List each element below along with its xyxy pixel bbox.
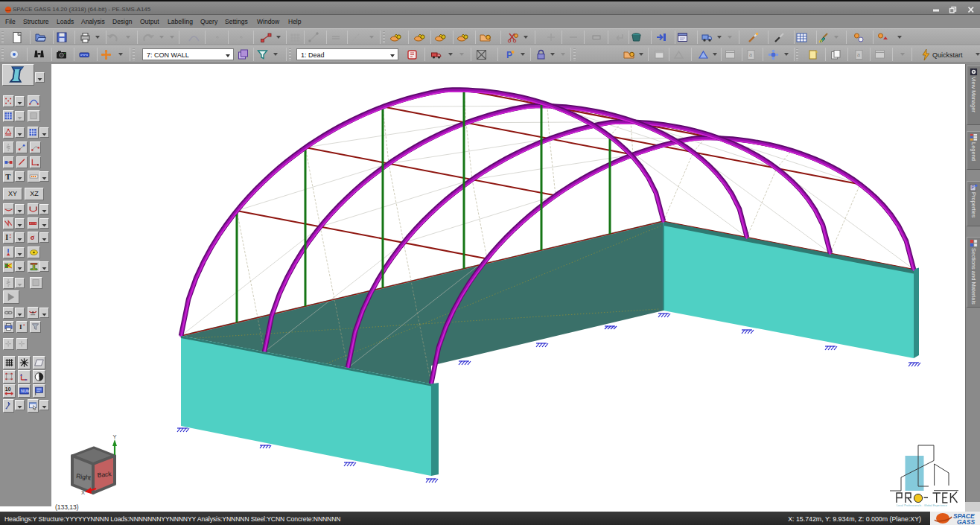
- svg-text:a: a: [749, 52, 752, 57]
- svg-text:T: T: [5, 172, 10, 181]
- svg-text:I: I: [19, 323, 22, 331]
- svg-text:GASS: GASS: [957, 518, 975, 525]
- svg-text:(133,13): (133,13): [55, 503, 79, 511]
- svg-text:I: I: [5, 233, 8, 241]
- svg-text:Back: Back: [97, 470, 112, 479]
- svg-text:Local Professionals . Globa: Local Professionals . Global Experience: [897, 504, 947, 507]
- svg-text:σ: σ: [31, 233, 35, 241]
- svg-text:X: X: [81, 489, 85, 496]
- svg-text:a: a: [857, 52, 860, 57]
- svg-text:P: P: [971, 185, 974, 190]
- svg-text:10: 10: [5, 386, 11, 392]
- svg-text:Y: Y: [113, 433, 117, 440]
- svg-text:NUM: NUM: [21, 389, 30, 393]
